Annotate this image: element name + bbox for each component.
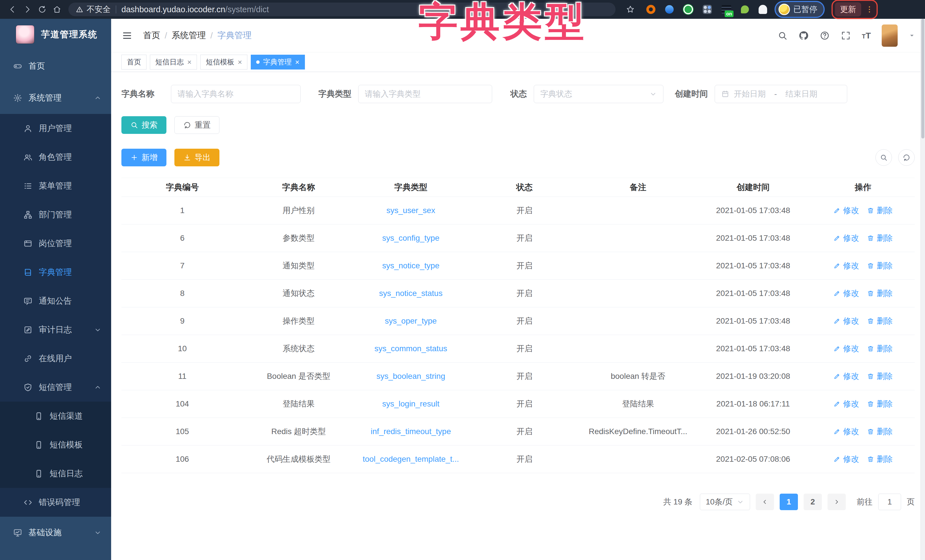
- browser-reload-icon[interactable]: [35, 2, 50, 17]
- sidebar-item-infrastructure[interactable]: 基础设施: [0, 517, 111, 549]
- sidebar-item-online-users[interactable]: 在线用户: [0, 344, 111, 373]
- extension-grid-icon[interactable]: [703, 5, 712, 14]
- delete-link[interactable]: 删除: [867, 205, 892, 216]
- browser-scrollbar[interactable]: [920, 19, 925, 560]
- extension-paused-badge[interactable]: 已暂停: [774, 1, 825, 18]
- sidebar-item-error-code-management[interactable]: 错误码管理: [0, 488, 111, 517]
- delete-link[interactable]: 删除: [867, 343, 892, 354]
- extension-orange-icon[interactable]: [646, 5, 655, 14]
- sidebar-item-dept-management[interactable]: 部门管理: [0, 200, 111, 229]
- sidebar-item-home[interactable]: 首页: [0, 50, 111, 82]
- page-size-select[interactable]: 10条/页: [700, 494, 750, 510]
- goto-page-input[interactable]: [878, 494, 901, 510]
- dict-type-link[interactable]: tool_codegen_template_t...: [363, 455, 459, 464]
- dict-type-link[interactable]: sys_oper_type: [385, 316, 437, 325]
- edit-link[interactable]: 修改: [833, 260, 859, 271]
- tab-dict-management[interactable]: 字典管理×: [251, 55, 304, 69]
- dict-type-link[interactable]: sys_user_sex: [386, 206, 435, 215]
- sidebar-collapse-icon[interactable]: [121, 29, 133, 42]
- address-bar[interactable]: 不安全 dashboard.yudao.iocoder.cn/system/di…: [68, 3, 616, 16]
- font-size-icon[interactable]: TT: [862, 31, 871, 41]
- export-button[interactable]: 导出: [175, 149, 219, 166]
- sidebar-item-post-management[interactable]: 岗位管理: [0, 229, 111, 258]
- add-button[interactable]: 新增: [121, 149, 166, 166]
- sidebar-item-system-management[interactable]: 系统管理: [0, 82, 111, 114]
- scrollbar-thumb[interactable]: [921, 19, 924, 138]
- tab-close-icon[interactable]: ×: [238, 59, 242, 66]
- dict-type-link[interactable]: sys_config_type: [382, 233, 440, 243]
- delete-link[interactable]: 删除: [867, 399, 892, 409]
- sidebar-item-menu-management[interactable]: 菜单管理: [0, 172, 111, 200]
- search-button[interactable]: 搜索: [121, 116, 166, 134]
- edit-link[interactable]: 修改: [833, 426, 859, 437]
- sidebar-item-notice-announcement[interactable]: 通知公告: [0, 286, 111, 315]
- dict-type-link[interactable]: sys_login_result: [382, 399, 440, 408]
- sidebar-item-role-management[interactable]: 角色管理: [0, 143, 111, 172]
- sidebar-item-sms-channel[interactable]: 短信渠道: [0, 402, 111, 431]
- browser-update-button[interactable]: 更新: [835, 2, 861, 17]
- tab-close-icon[interactable]: ×: [295, 59, 299, 66]
- extension-blue-icon[interactable]: [665, 5, 673, 14]
- reset-button[interactable]: 重置: [175, 116, 219, 134]
- next-page-button[interactable]: [827, 494, 846, 510]
- edit-link[interactable]: 修改: [833, 399, 859, 409]
- sidebar-item-sms-management[interactable]: 短信管理: [0, 373, 111, 402]
- help-icon[interactable]: [820, 30, 830, 41]
- delete-link[interactable]: 删除: [867, 233, 892, 244]
- delete-link[interactable]: 删除: [867, 260, 892, 271]
- dict-type-link[interactable]: sys_notice_status: [379, 289, 443, 298]
- dict-type-link[interactable]: sys_notice_type: [382, 261, 440, 270]
- status-select[interactable]: 字典状态: [534, 85, 663, 103]
- delete-link[interactable]: 删除: [867, 316, 892, 327]
- tab-home[interactable]: 首页: [121, 55, 146, 69]
- sidebar-item-user-management[interactable]: 用户管理: [0, 114, 111, 143]
- edit-link[interactable]: 修改: [833, 371, 859, 382]
- prev-page-button[interactable]: [756, 494, 774, 510]
- browser-forward-icon[interactable]: [20, 2, 35, 17]
- extension-tampermonkey-icon[interactable]: on: [722, 5, 731, 14]
- breadcrumb-item-1[interactable]: 系统管理: [172, 30, 206, 41]
- dict-type-link[interactable]: sys_boolean_string: [377, 372, 445, 381]
- toggle-search-button[interactable]: [875, 149, 892, 166]
- page-number-1[interactable]: 1: [780, 494, 798, 510]
- dict-name-input[interactable]: [178, 85, 294, 103]
- extension-leaf-icon[interactable]: [741, 5, 749, 14]
- browser-home-icon[interactable]: [50, 2, 65, 17]
- user-avatar[interactable]: [882, 24, 898, 47]
- edit-link[interactable]: 修改: [833, 454, 859, 465]
- browser-back-icon[interactable]: [5, 2, 20, 17]
- page-number-2[interactable]: 2: [804, 494, 822, 510]
- avatar-caret-down-icon[interactable]: [908, 32, 915, 39]
- github-icon[interactable]: [798, 30, 809, 41]
- delete-link[interactable]: 删除: [867, 371, 892, 382]
- sidebar-item-dict-management[interactable]: 字典管理: [0, 258, 111, 286]
- edit-link[interactable]: 修改: [833, 205, 859, 216]
- edit-link[interactable]: 修改: [833, 288, 859, 299]
- edit-link[interactable]: 修改: [833, 316, 859, 327]
- search-icon[interactable]: [777, 30, 788, 41]
- delete-link[interactable]: 删除: [867, 454, 892, 465]
- sidebar-item-sms-template[interactable]: 短信模板: [0, 431, 111, 459]
- extension-ghost-icon[interactable]: [759, 5, 767, 14]
- refresh-table-button[interactable]: [898, 149, 915, 166]
- extension-green-icon[interactable]: [683, 5, 693, 14]
- dict-type-input[interactable]: [365, 85, 485, 103]
- breadcrumb-item-0[interactable]: 首页: [143, 30, 160, 41]
- tab-close-icon[interactable]: ×: [187, 59, 191, 66]
- browser-menu-dots-icon[interactable]: [865, 5, 874, 14]
- tab-sms-template[interactable]: 短信模板×: [200, 55, 247, 69]
- tab-sms-log[interactable]: 短信日志×: [150, 55, 197, 69]
- bookmark-star-icon[interactable]: [623, 2, 638, 17]
- emoji-extension-icon: [779, 4, 790, 15]
- edit-link[interactable]: 修改: [833, 343, 859, 354]
- sidebar-item-audit-log[interactable]: 审计日志: [0, 315, 111, 344]
- date-range-picker[interactable]: 开始日期 - 结束日期: [715, 85, 847, 103]
- delete-link[interactable]: 删除: [867, 288, 892, 299]
- edit-link[interactable]: 修改: [833, 233, 859, 244]
- fullscreen-icon[interactable]: [841, 30, 851, 41]
- app-logo-row[interactable]: 芋道管理系统: [0, 19, 111, 50]
- dict-type-link[interactable]: inf_redis_timeout_type: [371, 427, 451, 436]
- delete-link[interactable]: 删除: [867, 426, 892, 437]
- sidebar-item-sms-log[interactable]: 短信日志: [0, 459, 111, 488]
- dict-type-link[interactable]: sys_common_status: [374, 344, 447, 353]
